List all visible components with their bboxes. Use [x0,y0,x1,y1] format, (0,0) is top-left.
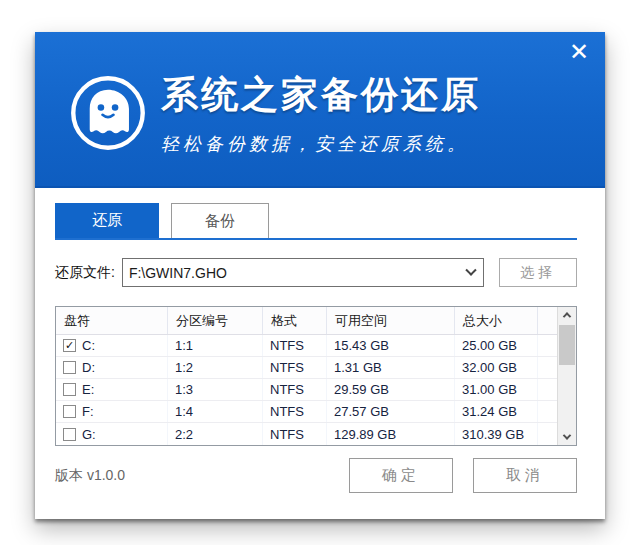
free-space-cell: 1.31 GB [327,357,455,378]
partition-cell: 2:2 [168,423,263,445]
scroll-up-button[interactable] [558,307,576,323]
scroll-down-icon [563,431,571,439]
table-row[interactable]: E: 1:3 NTFS 29.59 GB 31.00 GB [56,379,557,401]
free-space-cell: 129.89 GB [327,423,455,445]
content-area: 还原 备份 还原文件: F:\GWIN7.GHO 选择 盘符 分区编号 格式 可… [35,188,605,493]
drive-cell: D: [56,357,168,378]
footer-bar: 版本 v1.0.0 确定 取消 [55,458,577,493]
drive-label: C: [82,338,95,353]
drive-label: E: [82,382,94,397]
select-file-button[interactable]: 选择 [499,258,577,287]
drive-cell: ✓ C: [56,335,168,356]
restore-file-label: 还原文件: [55,264,115,282]
drive-cell: F: [56,401,168,422]
free-space-cell: 29.59 GB [327,379,455,400]
col-header-total[interactable]: 总大小 [455,307,538,334]
app-header: ✕ 系统之家备份还原 轻松备份数据，安全还原系统。 [35,32,605,188]
ghost-logo-icon [69,74,147,152]
tab-bar: 还原 备份 [55,203,577,240]
total-size-cell: 31.00 GB [455,379,538,400]
total-size-cell: 32.00 GB [455,357,538,378]
free-space-cell: 27.57 GB [327,401,455,422]
total-size-cell: 25.00 GB [455,335,538,356]
tab-backup[interactable]: 备份 [171,203,269,238]
col-header-drive[interactable]: 盘符 [56,307,168,334]
app-window: ✕ 系统之家备份还原 轻松备份数据，安全还原系统。 还原 备份 还原文件: F:… [35,32,605,519]
close-icon[interactable]: ✕ [569,38,589,66]
filler-cell [538,357,557,378]
cancel-button[interactable]: 取消 [473,458,577,493]
table-row[interactable]: G: 2:2 NTFS 129.89 GB 310.39 GB [56,423,557,445]
filler-cell [538,423,557,445]
filler-cell [538,379,557,400]
format-cell: NTFS [263,357,327,378]
col-header-free[interactable]: 可用空间 [327,307,455,334]
scroll-up-icon [563,312,571,320]
format-cell: NTFS [263,379,327,400]
table-row[interactable]: ✓ C: 1:1 NTFS 15.43 GB 25.00 GB [56,335,557,357]
ok-button[interactable]: 确定 [349,458,453,493]
drive-checkbox[interactable] [63,428,76,441]
tab-restore[interactable]: 还原 [55,203,159,238]
drive-label: G: [82,427,96,442]
drive-checkbox[interactable] [63,383,76,396]
drive-label: F: [82,404,94,419]
drive-checkbox[interactable] [63,405,76,418]
filler-cell [538,335,557,356]
col-header-filler [538,307,557,334]
version-label: 版本 v1.0.0 [55,467,125,485]
partition-cell: 1:4 [168,401,263,422]
restore-file-row: 还原文件: F:\GWIN7.GHO 选择 [55,258,577,287]
total-size-cell: 310.39 GB [455,423,538,445]
table-row[interactable]: F: 1:4 NTFS 27.57 GB 31.24 GB [56,401,557,423]
drive-cell: G: [56,423,168,445]
drive-checkbox[interactable]: ✓ [63,339,76,352]
scroll-down-button[interactable] [558,429,576,445]
format-cell: NTFS [263,423,327,445]
drive-checkbox[interactable] [63,361,76,374]
scrollbar-thumb[interactable] [559,325,575,365]
partition-cell: 1:1 [168,335,263,356]
total-size-cell: 31.24 GB [455,401,538,422]
free-space-cell: 15.43 GB [327,335,455,356]
table-row[interactable]: D: 1:2 NTFS 1.31 GB 32.00 GB [56,357,557,379]
filler-cell [538,401,557,422]
table-scrollbar[interactable] [557,307,576,445]
app-title: 系统之家备份还原 [161,70,481,120]
col-header-format[interactable]: 格式 [263,307,327,334]
restore-file-value: F:\GWIN7.GHO [129,265,467,281]
partition-cell: 1:3 [168,379,263,400]
drive-table-header: 盘符 分区编号 格式 可用空间 总大小 [56,307,557,335]
app-subtitle: 轻松备份数据，安全还原系统。 [161,132,481,156]
drive-cell: E: [56,379,168,400]
brand-block: 系统之家备份还原 轻松备份数据，安全还原系统。 [161,70,481,156]
format-cell: NTFS [263,335,327,356]
drive-table-main: 盘符 分区编号 格式 可用空间 总大小 ✓ C: 1:1 NTFS 15.43 … [56,307,557,445]
drive-table: 盘符 分区编号 格式 可用空间 总大小 ✓ C: 1:1 NTFS 15.43 … [55,306,577,446]
col-header-partition[interactable]: 分区编号 [168,307,263,334]
drive-table-body: ✓ C: 1:1 NTFS 15.43 GB 25.00 GB D: 1:2 N… [56,335,557,445]
partition-cell: 1:2 [168,357,263,378]
format-cell: NTFS [263,401,327,422]
chevron-down-icon[interactable] [465,264,476,275]
restore-file-combobox[interactable]: F:\GWIN7.GHO [122,258,484,287]
drive-label: D: [82,360,95,375]
